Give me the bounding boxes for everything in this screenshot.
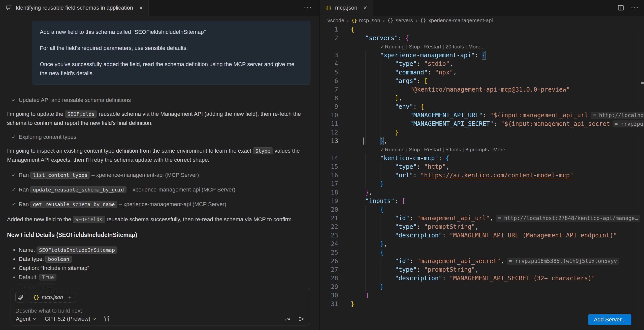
- codelens-link[interactable]: Restart: [424, 42, 441, 51]
- step-label: Exploring content types: [19, 134, 76, 140]
- codelens-link[interactable]: More...: [468, 42, 485, 51]
- code-line[interactable]: 29}: [320, 283, 644, 291]
- mode-label: Agent: [16, 316, 30, 322]
- chevron-down-icon: [92, 318, 96, 320]
- object-symbol-icon: {}: [388, 18, 394, 23]
- code-line[interactable]: 28"description": "MANAGEMENT_API_SECRET …: [320, 274, 644, 283]
- assistant-paragraph: I'm going to update the SEOFields reusab…: [7, 109, 310, 128]
- line-number: 30: [320, 291, 338, 300]
- tools-icon: [104, 316, 110, 322]
- breadcrumb-item[interactable]: {} servers: [388, 17, 413, 23]
- line-number: 29: [320, 283, 338, 291]
- detail-bullet: •Data type: boolean: [7, 255, 310, 264]
- inline-code: $type: [253, 147, 273, 154]
- line-number: 6: [320, 77, 338, 85]
- inline-code: True: [39, 274, 56, 281]
- code-line[interactable]: 22"type": "promptString",: [320, 223, 644, 231]
- codelens-link[interactable]: 5 tools: [445, 145, 461, 154]
- code-line[interactable]: 31}: [320, 300, 644, 308]
- code-line[interactable]: 18},: [320, 188, 644, 197]
- chat-scroll-area[interactable]: Add a new field to this schema called "S…: [0, 16, 319, 330]
- code-line[interactable]: 12}: [320, 128, 644, 137]
- codelens-link[interactable]: More...: [493, 145, 510, 154]
- attach-button[interactable]: [15, 292, 26, 302]
- tool-run-label: Ran update_reusable_schema_by_guid – xpe…: [19, 186, 235, 193]
- code-line[interactable]: 30]: [320, 291, 644, 300]
- code-line[interactable]: 27"type": "promptString",: [320, 265, 644, 274]
- split-editor-icon[interactable]: [617, 4, 625, 12]
- send-icon[interactable]: [298, 316, 305, 322]
- json-file-icon: {}: [326, 5, 332, 11]
- more-actions-icon[interactable]: ···: [304, 4, 312, 12]
- code-line[interactable]: 20{: [320, 205, 644, 214]
- attachment-chip[interactable]: {} mcp.json +: [29, 292, 76, 302]
- line-number: 28: [320, 274, 338, 283]
- line-number: 3: [320, 51, 338, 60]
- codelens-link[interactable]: Stop: [409, 42, 420, 51]
- code-line[interactable]: 5"command": "npx",: [320, 68, 644, 77]
- code-line[interactable]: 6"args": [: [320, 77, 644, 85]
- breadcrumb-item[interactable]: {} xperience-management-api: [420, 17, 493, 23]
- code-line[interactable]: 21"id": "management_api_url",= http://lo…: [320, 214, 644, 223]
- line-number: 1: [320, 25, 338, 34]
- progress-step[interactable]: ✓Updated API and reusable schema definit…: [7, 96, 310, 104]
- code-line[interactable]: 26"id": "management_api_secret",= rrvpzp…: [320, 257, 644, 265]
- code-line[interactable]: 14"kentico-cm-mcp": {: [320, 154, 644, 162]
- codelens-link[interactable]: Running: [385, 145, 405, 154]
- code-line[interactable]: 8],: [320, 94, 644, 102]
- tool-name: get_reusable_schema_by_name: [30, 201, 117, 208]
- codelens-link[interactable]: Running: [385, 42, 405, 51]
- breadcrumb-item[interactable]: .vscode: [326, 17, 344, 23]
- code-line[interactable]: 19"inputs": [: [320, 197, 644, 205]
- model-label: GPT-5.2 (Preview): [45, 316, 90, 322]
- breadcrumb-item[interactable]: {} mcp.json: [351, 17, 380, 23]
- mode-dropdown[interactable]: Agent: [16, 316, 36, 322]
- line-number: 19: [320, 197, 338, 205]
- object-symbol-icon: {}: [420, 18, 426, 23]
- redo-arrow-icon[interactable]: [284, 316, 292, 322]
- code-line[interactable]: 15"type": "http",: [320, 162, 644, 171]
- add-server-button[interactable]: Add Server...: [588, 314, 631, 325]
- line-number: 23: [320, 231, 338, 240]
- line-number: 11: [320, 120, 338, 128]
- code-line[interactable]: 1{: [320, 25, 644, 34]
- line-number: 17: [320, 180, 338, 188]
- code-line[interactable]: 4"type": "stdio",: [320, 60, 644, 68]
- breadcrumb-separator-icon: ›: [383, 17, 385, 24]
- code-line[interactable]: 16"url": "https://ai.kentico.com/content…: [320, 171, 644, 180]
- assistant-paragraph: Added the new field to the SEOFields reu…: [7, 215, 310, 224]
- editor-tab-mcp-json[interactable]: {} mcp.json ×: [320, 0, 373, 16]
- tool-run-item[interactable]: ✓Ran get_reusable_schema_by_name – xperi…: [7, 199, 310, 209]
- url-link[interactable]: "https://ai.kentico.com/content-model-mc…: [421, 171, 573, 180]
- chat-tabbar: Identifying reusable field schemas in ap…: [0, 0, 319, 16]
- progress-step[interactable]: ✓Exploring content types: [7, 133, 310, 141]
- tool-run-item[interactable]: ✓Ran update_reusable_schema_by_guid – xp…: [7, 185, 310, 195]
- chat-session-tab[interactable]: Identifying reusable field schemas in ap…: [0, 0, 149, 16]
- code-line[interactable]: 9"env": {: [320, 102, 644, 111]
- code-line[interactable]: 25{: [320, 248, 644, 257]
- line-number: 8: [320, 94, 338, 102]
- code-line[interactable]: 2"servers": {: [320, 34, 644, 42]
- configure-tools-button[interactable]: [104, 316, 110, 322]
- codelens-link[interactable]: Stop: [409, 145, 420, 154]
- add-attachment-icon[interactable]: +: [68, 294, 72, 301]
- more-actions-icon[interactable]: ···: [631, 4, 639, 12]
- text-cursor: [363, 138, 364, 145]
- code-line[interactable]: 13},: [320, 137, 644, 145]
- code-line[interactable]: 3"xperience-management-api": {: [320, 51, 644, 60]
- codelens-link[interactable]: 20 tools: [445, 42, 464, 51]
- model-dropdown[interactable]: GPT-5.2 (Preview): [45, 316, 96, 322]
- code-line[interactable]: 10"MANAGEMENT_API_URL": "${input:managem…: [320, 111, 644, 120]
- codelens-link[interactable]: Restart: [424, 145, 441, 154]
- tool-run-item[interactable]: ✓Ran list_content_types – xperience-mana…: [7, 170, 310, 180]
- code-line[interactable]: 17}: [320, 180, 644, 188]
- code-line[interactable]: 24},: [320, 240, 644, 248]
- codelens-link[interactable]: 6 prompts: [465, 145, 489, 154]
- code-line[interactable]: 7"@kentico/management-api-mcp@31.0.0-pre…: [320, 85, 644, 94]
- close-icon[interactable]: ×: [139, 5, 143, 11]
- code-line[interactable]: 23"description": "MANAGEMENT_API_URL (Ma…: [320, 231, 644, 240]
- line-number: 7: [320, 85, 338, 94]
- code-line[interactable]: 11"MANAGEMENT_API_SECRET": "${input:mana…: [320, 120, 644, 128]
- chat-input[interactable]: Describe what to build next: [15, 308, 305, 314]
- close-icon[interactable]: ×: [363, 5, 367, 11]
